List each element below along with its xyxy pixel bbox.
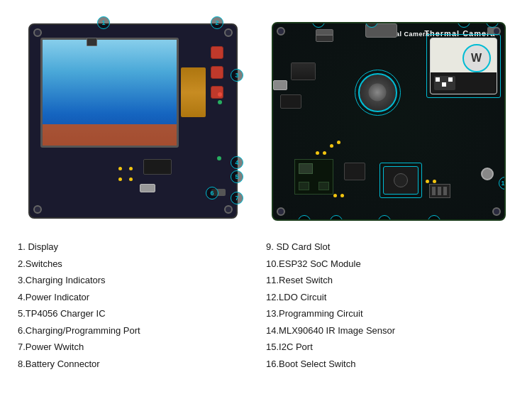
- legend-item-10: 10.ESP32 SoC Module: [266, 257, 514, 271]
- legend-item-6: 6.Charging/Programming Port: [18, 324, 266, 338]
- switch-button-2[interactable]: [211, 66, 223, 79]
- esp32-annotation-box: [426, 34, 501, 98]
- charging-programming-port: [273, 80, 287, 90]
- mount-hole-r-bl: [277, 207, 285, 216]
- charging-port: [140, 184, 155, 192]
- mount-hole-bl: [33, 205, 42, 214]
- legend-item-5: 5.TP4056 Charger IC: [18, 307, 266, 321]
- yd-8: [340, 194, 344, 197]
- mount-hole-tr: [224, 28, 233, 37]
- ldo-circuit: [294, 159, 333, 195]
- annotation-7: 7: [231, 192, 243, 204]
- flex-cable: [181, 67, 206, 117]
- legend-item-12: 12.LDO Circuit: [266, 290, 514, 305]
- battery-connector: [316, 29, 333, 42]
- yd-4: [337, 141, 340, 144]
- tp4056-charger-ic: [143, 159, 172, 175]
- annotation-1: 1: [97, 16, 110, 29]
- yd-7: [333, 194, 337, 197]
- yd-2: [323, 151, 326, 155]
- legend-col-right: 9. SD Card Slot10.ESP32 SoC Module11.Res…: [266, 240, 514, 371]
- annotation-12: 12: [298, 215, 311, 221]
- pcb-left: 1 2 3 4 5 6 7: [28, 23, 238, 219]
- diagram-area: 1 2 3 4 5 6 7 Thermal Camera The: [11, 7, 521, 234]
- power-led: [217, 156, 221, 160]
- display-screen: [40, 38, 179, 148]
- annotation-8: 8: [312, 22, 325, 28]
- power-indicator: [217, 156, 221, 160]
- legend-item-9: 9. SD Card Slot: [266, 240, 514, 254]
- annotation-3: 3: [231, 69, 243, 82]
- legend-item-14: 14.MLX90640 IR Image Sensor: [266, 324, 514, 338]
- component-dot-2: [129, 167, 133, 170]
- annotation-10: 10: [458, 22, 470, 28]
- component-dot-1: [118, 167, 122, 170]
- annotation-2: 2: [211, 16, 223, 29]
- led-green: [218, 100, 222, 104]
- mount-hole-tl: [33, 28, 42, 37]
- legend-item-4: 4.Power Indicator: [18, 290, 266, 305]
- screen-stripe: [43, 124, 177, 146]
- programming-circuit: [344, 163, 365, 180]
- annotation-14: 14: [378, 215, 391, 221]
- legend-item-1: 1. Display: [18, 240, 266, 254]
- legend-col-left: 1. Display2.Switches3.Charging Indicator…: [18, 240, 266, 371]
- legend-item-16: 16.Boot Select Switch: [266, 357, 514, 371]
- annotation-13: 13: [330, 215, 343, 221]
- yd-5: [426, 180, 429, 183]
- right-board: Thermal Camera Thermal Camera: [268, 16, 509, 226]
- annotation-4: 4: [231, 156, 243, 169]
- annotation-15: 15: [428, 215, 440, 221]
- joystick-annotation-box: [355, 70, 401, 116]
- annotation-5: 5: [231, 170, 243, 183]
- mount-hole-r-br: [492, 207, 501, 216]
- legend-area: 1. Display2.Switches3.Charging Indicator…: [11, 240, 521, 371]
- switch-button-1[interactable]: [211, 46, 223, 59]
- battery-connector-left: [87, 38, 97, 46]
- legend-item-7: 7.Power Wwitch: [18, 340, 266, 354]
- yd-6: [433, 180, 436, 183]
- charging-indicators: [218, 92, 222, 104]
- annotation-16: 16: [499, 177, 506, 190]
- yd-1: [316, 151, 319, 155]
- legend-item-13: 13.Programming Circuit: [266, 307, 514, 321]
- annotation-6: 6: [206, 187, 218, 200]
- led-red: [218, 92, 222, 97]
- legend-item-2: 2.Switches: [18, 257, 266, 271]
- screen-inner: [43, 40, 177, 146]
- ic-chip-1: [291, 62, 316, 80]
- boot-select-switch[interactable]: [481, 168, 494, 180]
- legend-item-11: 11.Reset Switch: [266, 273, 514, 288]
- component-dot-4: [129, 177, 133, 181]
- legend-item-3: 3.Charging Indicators: [18, 273, 266, 288]
- ir-sensor-annotation-box: [379, 163, 422, 198]
- yd-3: [330, 144, 333, 148]
- button-group: [211, 46, 223, 99]
- mount-hole-r-tl: [277, 27, 285, 35]
- main-container: 1 2 3 4 5 6 7 Thermal Camera The: [0, 0, 532, 399]
- mount-hole-br: [224, 205, 233, 214]
- i2c-port: [429, 184, 450, 198]
- legend-item-8: 8.Battery Connector: [18, 357, 266, 371]
- left-board: 1 2 3 4 5 6 7: [23, 16, 243, 226]
- component-dot-3: [118, 177, 122, 181]
- ic-chip-2: [280, 94, 301, 109]
- legend-item-15: 15.I2C Port: [266, 340, 514, 354]
- pcb-right-board: Thermal Camera Thermal Camera: [272, 22, 506, 221]
